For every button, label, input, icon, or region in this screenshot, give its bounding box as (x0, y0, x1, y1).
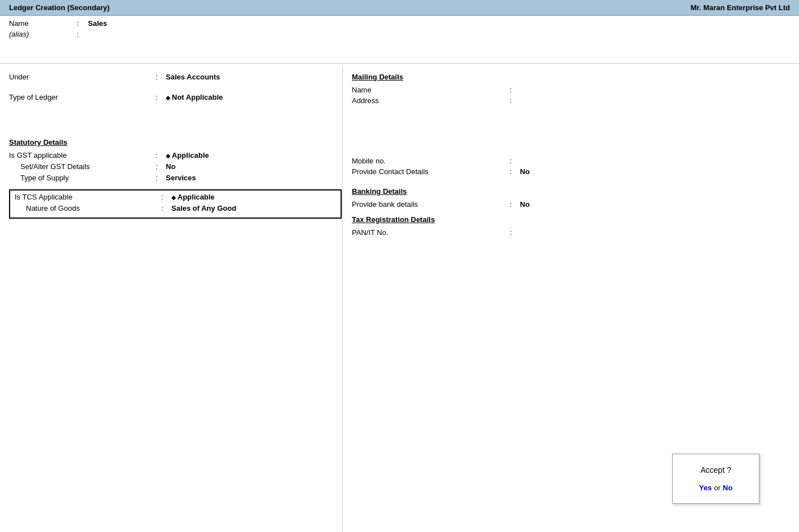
name-alias-area: Name : Sales (alias) : (0, 16, 799, 61)
is-gst-value: Applicable (166, 151, 209, 159)
under-label: Under (9, 73, 156, 81)
alias-label: (alias) (9, 30, 77, 38)
is-gst-label: Is GST applicable (9, 151, 156, 159)
set-alter-gst-label: Set/Alter GST Details (9, 162, 156, 171)
is-tcs-value: Applicable (171, 193, 215, 201)
left-column: Under : Sales Accounts Type of Ledger : … (0, 66, 343, 532)
type-of-supply-colon: : (156, 174, 166, 182)
nature-of-goods-row: Nature of Goods : Sales of Any Good (15, 204, 336, 212)
mailing-name-row: Name : (352, 86, 790, 94)
mailing-header: Mailing Details (352, 73, 790, 81)
accept-or-label: or (714, 484, 721, 492)
accept-dialog: Accept ? Yes or No (672, 454, 760, 504)
is-gst-colon: : (156, 151, 166, 159)
type-of-ledger-colon: : (156, 93, 166, 101)
statutory-header: Statutory Details (9, 138, 333, 147)
is-gst-row: Is GST applicable : Applicable (9, 151, 333, 159)
mailing-address-colon: : (510, 96, 520, 105)
mobile-colon: : (510, 157, 520, 165)
type-of-ledger-value: Not Applicable (166, 93, 223, 101)
provide-bank-row: Provide bank details : No (352, 200, 790, 209)
mailing-address-label: Address (352, 96, 510, 105)
provide-bank-colon: : (510, 200, 520, 209)
pan-row: PAN/IT No. : (352, 228, 790, 237)
under-value: Sales Accounts (166, 73, 220, 81)
tax-section: Tax Registration Details PAN/IT No. : (352, 215, 790, 237)
provide-contact-value: No (520, 167, 529, 176)
accept-yes-button[interactable]: Yes (699, 484, 712, 492)
nature-of-goods-value: Sales of Any Good (171, 204, 236, 212)
mobile-row: Mobile no. : (352, 157, 790, 165)
under-row: Under : Sales Accounts (9, 73, 333, 81)
name-colon: : (77, 19, 88, 28)
name-value: Sales (88, 19, 107, 28)
nature-of-goods-label: Nature of Goods (15, 204, 161, 212)
banking-header: Banking Details (352, 187, 790, 196)
title-bar: Ledger Creation (Secondary) Mr. Maran En… (0, 0, 799, 16)
alias-row: (alias) : (9, 30, 790, 38)
set-alter-gst-row: Set/Alter GST Details : No (9, 162, 333, 171)
is-tcs-label: Is TCS Applicable (15, 193, 161, 201)
mailing-section: Mailing Details Name : Address : (352, 73, 790, 105)
type-of-supply-label: Type of Supply (9, 174, 156, 182)
tax-reg-header: Tax Registration Details (352, 215, 790, 224)
accept-buttons: Yes or No (690, 484, 742, 492)
accept-no-button[interactable]: No (723, 484, 732, 492)
app-title-left: Ledger Creation (Secondary) (9, 3, 109, 12)
pan-label: PAN/IT No. (352, 228, 510, 237)
set-alter-gst-value: No (166, 162, 175, 171)
is-tcs-colon: : (161, 193, 171, 201)
tcs-box: Is TCS Applicable : Applicable Nature of… (9, 189, 342, 219)
nature-of-goods-colon: : (161, 204, 171, 212)
provide-bank-label: Provide bank details (352, 200, 510, 209)
provide-contact-row: Provide Contact Details : No (352, 167, 790, 176)
mailing-address-row: Address : (352, 96, 790, 105)
type-of-ledger-row: Type of Ledger : Not Applicable (9, 93, 333, 101)
type-of-supply-value: Services (166, 174, 196, 182)
provide-bank-value: No (520, 200, 529, 209)
under-colon: : (156, 73, 166, 81)
mailing-name-colon: : (510, 86, 520, 94)
set-alter-gst-colon: : (156, 162, 166, 171)
alias-colon: : (77, 30, 88, 38)
app-title-right: Mr. Maran Enterprise Pvt Ltd (691, 3, 790, 12)
name-row: Name : Sales (9, 19, 790, 28)
type-of-ledger-label: Type of Ledger (9, 93, 156, 101)
accept-title: Accept ? (690, 466, 742, 475)
mobile-label: Mobile no. (352, 157, 510, 165)
name-label: Name (9, 19, 77, 28)
is-tcs-row: Is TCS Applicable : Applicable (15, 193, 336, 201)
mailing-name-label: Name (352, 86, 510, 94)
type-of-supply-row: Type of Supply : Services (9, 174, 333, 182)
banking-section: Banking Details Provide bank details : N… (352, 187, 790, 209)
statutory-section: Statutory Details Is GST applicable : Ap… (9, 138, 333, 219)
provide-contact-label: Provide Contact Details (352, 167, 510, 176)
pan-colon: : (510, 228, 520, 237)
provide-contact-colon: : (510, 167, 520, 176)
